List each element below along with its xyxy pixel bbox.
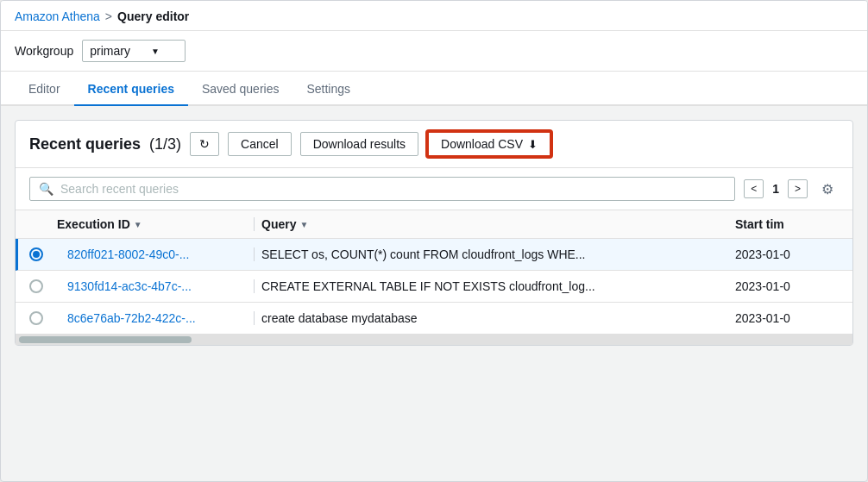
sort-arrow-exec-id: ▼ <box>134 220 142 229</box>
search-input[interactable] <box>60 182 726 196</box>
workgroup-value: primary <box>90 44 130 58</box>
current-page: 1 <box>769 182 783 196</box>
col-divider-row3 <box>254 311 255 325</box>
tab-saved-queries[interactable]: Saved queries <box>188 72 293 106</box>
panel-header: Recent queries (1/3) ↻ Cancel Download r… <box>16 121 852 168</box>
tabs-bar: Editor Recent queries Saved queries Sett… <box>1 72 867 106</box>
table-row[interactable]: 9130fd14-ac3c-4b7c-... CREATE EXTERNAL T… <box>16 271 852 303</box>
search-icon: 🔍 <box>39 182 53 196</box>
chevron-down-icon: ▼ <box>151 47 160 56</box>
col-divider-1 <box>254 217 255 231</box>
search-bar: 🔍 < 1 > ⚙ <box>16 168 852 210</box>
col-execution-id-header: Execution ID ▼ <box>57 217 247 231</box>
tab-editor[interactable]: Editor <box>15 72 74 106</box>
col-start-time-header: Start tim <box>735 217 839 231</box>
start-time-cell-3: 2023-01-0 <box>735 311 839 325</box>
execution-id-cell-2: 9130fd14-ac3c-4b7c-... <box>57 279 247 293</box>
tab-settings[interactable]: Settings <box>292 72 364 106</box>
breadcrumb-link[interactable]: Amazon Athena <box>15 9 100 23</box>
search-input-wrapper: 🔍 <box>29 177 735 201</box>
pagination: < 1 > <box>744 179 808 198</box>
query-cell-3: create database mydatabase <box>261 311 735 325</box>
execution-id-link-3[interactable]: 8c6e76ab-72b2-422c-... <box>67 311 196 325</box>
table-header: Execution ID ▼ Query ▼ Start tim <box>16 210 852 239</box>
content-area: Recent queries (1/3) ↻ Cancel Download r… <box>1 106 867 360</box>
download-csv-button[interactable]: Download CSV ⬇ <box>427 131 551 157</box>
download-results-button[interactable]: Download results <box>300 132 418 156</box>
prev-page-button[interactable]: < <box>744 179 764 198</box>
radio-button-selected[interactable] <box>29 247 43 261</box>
cancel-button[interactable]: Cancel <box>228 132 292 156</box>
table-row[interactable]: 820ff021-8002-49c0-... SELECT os, COUNT(… <box>16 239 852 271</box>
download-icon: ⬇ <box>528 138 538 151</box>
row-radio-1[interactable] <box>29 247 57 261</box>
sort-arrow-query: ▼ <box>299 220 308 229</box>
execution-id-cell-3: 8c6e76ab-72b2-422c-... <box>57 311 247 325</box>
radio-button-unselected[interactable] <box>29 279 43 293</box>
scrollbar-thumb[interactable] <box>19 336 192 343</box>
main-window: Amazon Athena > Query editor Workgroup p… <box>0 0 868 482</box>
col-divider-row2 <box>254 279 255 293</box>
download-csv-label: Download CSV <box>441 137 523 151</box>
breadcrumb-separator: > <box>105 9 112 23</box>
recent-queries-panel: Recent queries (1/3) ↻ Cancel Download r… <box>15 120 853 346</box>
row-radio-2[interactable] <box>29 279 57 293</box>
execution-id-link-2[interactable]: 9130fd14-ac3c-4b7c-... <box>67 279 192 293</box>
table-row[interactable]: 8c6e76ab-72b2-422c-... create database m… <box>16 303 852 335</box>
radio-button-unselected[interactable] <box>29 311 43 325</box>
col-query-header: Query ▼ <box>261 217 735 231</box>
workgroup-bar: Workgroup primary ▼ <box>1 31 867 72</box>
query-cell-1: SELECT os, COUNT(*) count FROM cloudfron… <box>261 247 735 261</box>
execution-id-link-1[interactable]: 820ff021-8002-49c0-... <box>67 247 189 261</box>
tab-recent-queries[interactable]: Recent queries <box>74 72 188 106</box>
row-radio-3[interactable] <box>29 311 57 325</box>
workgroup-label: Workgroup <box>15 44 73 58</box>
next-page-button[interactable]: > <box>788 179 808 198</box>
breadcrumb-current: Query editor <box>117 9 189 23</box>
start-time-cell-2: 2023-01-0 <box>735 279 839 293</box>
col-divider-row1 <box>254 247 255 261</box>
panel-count: (1/3) <box>149 135 181 153</box>
start-time-cell-1: 2023-01-0 <box>735 247 839 261</box>
query-cell-2: CREATE EXTERNAL TABLE IF NOT EXISTS clou… <box>261 279 735 293</box>
workgroup-select[interactable]: primary ▼ <box>82 40 186 62</box>
refresh-button[interactable]: ↻ <box>190 132 219 156</box>
horizontal-scrollbar[interactable] <box>16 335 852 345</box>
breadcrumb-bar: Amazon Athena > Query editor <box>1 1 867 31</box>
settings-icon-button[interactable]: ⚙ <box>816 179 839 199</box>
execution-id-cell-1: 820ff021-8002-49c0-... <box>57 247 247 261</box>
panel-title: Recent queries <box>29 135 141 153</box>
